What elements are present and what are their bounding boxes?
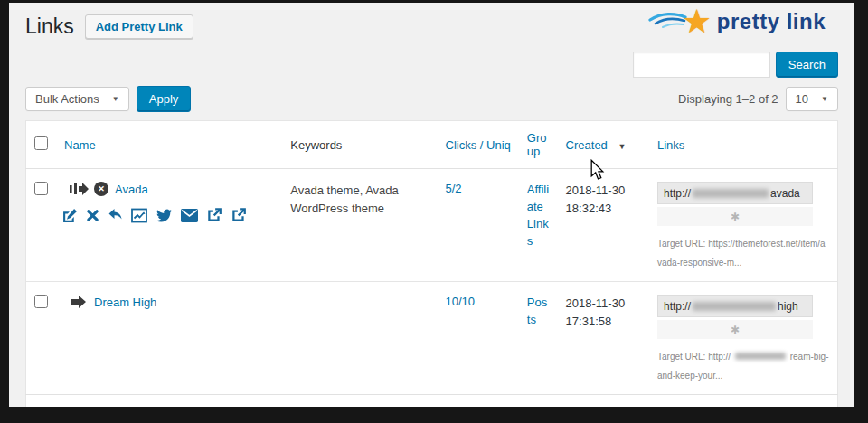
target-url-text: Target URL: https://themeforest.net/item… (657, 234, 829, 272)
target-url-text: Target URL: http:// ream-big-and-keep-yo… (657, 347, 829, 385)
footer-header-name: Name (56, 395, 282, 408)
email-icon[interactable] (181, 209, 198, 222)
row-checkbox[interactable] (34, 182, 48, 195)
visit-link-icon[interactable] (231, 207, 247, 223)
blurred-url-segment (735, 352, 786, 360)
logo-text: pretty link (717, 9, 826, 34)
footer-header-clicks: Clicks / Uniq (438, 395, 519, 408)
reset-reply-icon[interactable] (108, 208, 123, 222)
tracking-arrow-icon (70, 182, 89, 196)
page-header: Links Add Pretty Link ★ pretty link (25, 3, 838, 39)
column-header-name[interactable]: Name (56, 121, 282, 169)
apply-button[interactable]: Apply (137, 86, 192, 112)
group-cell: Affiliate Links (519, 169, 558, 282)
pretty-link-logo: ★ pretty link (648, 8, 826, 35)
link-name[interactable]: Dream High (94, 296, 156, 309)
row-select-cell (26, 282, 57, 395)
slug-strip: ✱ (657, 320, 813, 339)
select-all-checkbox[interactable] (34, 136, 48, 150)
asterisk-icon: ✱ (731, 324, 740, 336)
header-row: Name Keywords Clicks / Uniq Group Create… (26, 121, 838, 169)
pagination-top: Displaying 1–2 of 2 10 ▼ (678, 87, 838, 111)
bulk-actions-group: Bulk Actions ▼ Apply (25, 86, 191, 112)
footer-empty-cell (26, 395, 57, 408)
url-prefix: http:// (664, 187, 691, 200)
page-title: Links (25, 14, 74, 39)
table-row: Dream High 10/10 Posts 2018-11-30 17:31:… (26, 282, 838, 395)
blurred-url-segment (693, 189, 769, 198)
edit-icon[interactable] (62, 208, 78, 223)
select-all-cell (26, 121, 57, 169)
clicks-link[interactable]: 10/10 (446, 295, 476, 308)
name-line: ✕ Avada (64, 182, 274, 196)
group-cell: Posts (519, 282, 558, 395)
blurred-url-segment (693, 302, 776, 311)
external-link-icon[interactable] (206, 207, 222, 223)
search-input[interactable] (633, 52, 770, 78)
keywords-cell: Avada theme, Avada WordPress theme (282, 169, 437, 282)
per-page-value: 10 (796, 92, 808, 106)
stats-chart-icon[interactable] (131, 208, 147, 223)
created-cell: 2018-11-30 17:31:58 (558, 282, 649, 395)
created-time: 17:31:58 (566, 313, 641, 331)
sort-descending-icon: ▼ (618, 142, 626, 151)
logo-star-icon: ★ (683, 8, 712, 35)
add-pretty-link-button[interactable]: Add Pretty Link (85, 14, 193, 39)
displaying-text: Displaying 1–2 of 2 (678, 92, 778, 106)
clicks-cell: 5/2 (438, 169, 519, 282)
column-header-clicks[interactable]: Clicks / Uniq (438, 121, 519, 169)
delete-icon[interactable] (86, 209, 99, 222)
footer-header-keywords: Keywords (282, 395, 437, 408)
chevron-down-icon: ▼ (821, 95, 828, 103)
column-header-group[interactable]: Group (519, 121, 558, 169)
slug-strip: ✱ (657, 207, 813, 226)
footer-header-group: Group (519, 395, 558, 408)
row-select-cell (26, 169, 57, 282)
per-page-select[interactable]: 10 ▼ (786, 87, 838, 111)
column-header-links[interactable]: Links (649, 121, 838, 169)
table-footer: Name Keywords Clicks / Uniq Group Create… (26, 395, 838, 408)
pretty-url-input[interactable]: http:// avada (657, 182, 813, 204)
search-bar: Search (25, 52, 838, 78)
table-row: ✕ Avada (26, 169, 838, 282)
footer-header-created: Created (558, 395, 649, 408)
footer-row: Name Keywords Clicks / Uniq Group Create… (26, 395, 838, 408)
links-table: Name Keywords Clicks / Uniq Group Create… (25, 120, 838, 407)
link-name[interactable]: Avada (115, 183, 148, 196)
row-actions (62, 207, 274, 223)
clicks-link[interactable]: 5/2 (446, 182, 462, 195)
column-header-created[interactable]: Created ▼ (558, 121, 649, 169)
group-link[interactable]: Affiliate Links (527, 183, 549, 248)
url-prefix: http:// (664, 300, 691, 313)
links-cell: http:// high ✱ Target URL: http:// ream-… (649, 282, 838, 395)
admin-page: Links Add Pretty Link ★ pretty link Sear… (9, 3, 854, 407)
url-suffix: avada (770, 187, 800, 200)
chevron-down-icon: ▼ (112, 95, 119, 103)
column-header-keywords: Keywords (282, 121, 437, 169)
no-redirect-icon: ✕ (94, 182, 108, 196)
created-date: 2018-11-30 (566, 182, 641, 200)
twitter-icon[interactable] (156, 208, 173, 223)
created-label: Created (566, 138, 608, 152)
created-cell: 2018-11-30 18:32:43 (558, 169, 649, 282)
redirect-arrow-icon (70, 295, 89, 309)
pretty-url-input[interactable]: http:// high (657, 295, 813, 317)
target-url-prefix: Target URL: http:// (657, 352, 731, 362)
created-time: 18:32:43 (566, 200, 641, 218)
bulk-actions-label: Bulk Actions (35, 92, 99, 106)
url-suffix: high (778, 300, 798, 313)
links-cell: http:// avada ✱ Target URL: https://them… (649, 169, 838, 282)
name-line: Dream High (64, 295, 274, 309)
bulk-actions-select[interactable]: Bulk Actions ▼ (25, 87, 129, 111)
name-cell: ✕ Avada (56, 169, 282, 282)
created-date: 2018-11-30 (566, 295, 641, 313)
group-link[interactable]: Posts (527, 296, 547, 326)
row-checkbox[interactable] (34, 295, 48, 308)
list-toolbar: Bulk Actions ▼ Apply Displaying 1–2 of 2… (25, 86, 838, 112)
asterisk-icon: ✱ (731, 211, 740, 223)
clicks-cell: 10/10 (438, 282, 519, 395)
search-button[interactable]: Search (776, 52, 838, 78)
table-header: Name Keywords Clicks / Uniq Group Create… (26, 121, 838, 169)
name-cell: Dream High (56, 282, 282, 395)
footer-header-links: Links (649, 395, 838, 408)
